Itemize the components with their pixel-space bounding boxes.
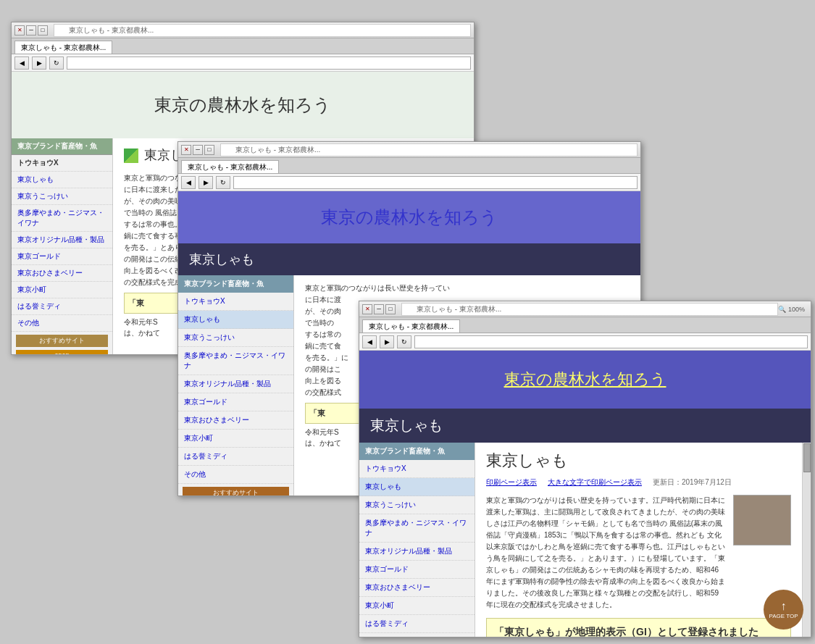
- sidebar-item-haru-2[interactable]: はる誉ミディ: [178, 448, 293, 466]
- sidebar-item-berry-2[interactable]: 東京おひさまベリー: [178, 411, 293, 430]
- dark-bar-2: 東京しゃも: [178, 243, 640, 275]
- close-btn-3[interactable]: ✕: [362, 304, 372, 314]
- tab-bar-3: 東京しゃも - 東京都農林...: [359, 317, 811, 333]
- maximize-btn-3[interactable]: □: [385, 304, 396, 314]
- section-icon-1: [124, 149, 138, 163]
- url-bar-3[interactable]: 東京しゃも - 東京都農林...: [401, 303, 778, 316]
- sidebar-item-komachi-3[interactable]: 東京小町: [359, 597, 475, 615]
- window-controls-3: ✕ ─ □: [362, 304, 396, 314]
- page-title-3: 東京の農林水を知ろう: [377, 369, 793, 390]
- section-title-3: 東京しゃも: [370, 417, 443, 433]
- refresh-btn-3[interactable]: ↻: [397, 335, 411, 348]
- sidebar-item-yamame-3[interactable]: 奥多摩やまめ・ニジマス・イワナ: [359, 514, 475, 543]
- sidebar-item-haru-3[interactable]: はる誉ミディ: [359, 615, 475, 633]
- browser-window-3: ✕ ─ □ 東京しゃも - 東京都農林... 🔍 100% 東京しゃも - 東京…: [359, 301, 811, 637]
- sidebar-item-shamo-1[interactable]: 東京しゃも: [12, 172, 112, 188]
- sidebar-item-berry-3[interactable]: 東京おひさまベリー: [359, 579, 475, 597]
- window-controls-2: ✕ ─ □: [181, 145, 214, 155]
- section-title-2: 東京しゃも: [189, 252, 254, 267]
- sidebar-item-other-2[interactable]: その他: [178, 466, 293, 484]
- sidebar-badge-1[interactable]: おすすめサイト: [16, 335, 108, 347]
- sidebar-item-ukkokei-2[interactable]: 東京うこっけい: [178, 329, 293, 347]
- sidebar-item-tokyox-1[interactable]: トウキョウX: [12, 155, 112, 172]
- body-3: 東京ブランド畜産物・魚 トウキョウX 東京しゃも 東京うこっけい 奥多摩やまめ・…: [359, 443, 811, 637]
- page-title-1: 東京の農林水を知ろう: [26, 93, 459, 117]
- refresh-btn-1[interactable]: ↻: [49, 57, 64, 70]
- main-content-3: 東京しゃも 印刷ページ表示 大きな文字で印刷ページ表示 更新日：2019年7月1…: [475, 443, 802, 637]
- sidebar-item-shamo-3[interactable]: 東京しゃも: [359, 478, 475, 496]
- page-top-btn[interactable]: ↑ PAGE TOP: [764, 590, 803, 630]
- window-controls-1: ✕ ─ □: [14, 25, 48, 35]
- back-btn-2[interactable]: ◀: [181, 176, 196, 189]
- minimize-btn-3[interactable]: ─: [374, 304, 384, 314]
- page-title-2: 東京の農林水を知ろう: [193, 206, 626, 229]
- minimize-btn-2[interactable]: ─: [193, 145, 203, 155]
- forward-btn-2[interactable]: ▶: [198, 176, 213, 189]
- dark-bar-3: 東京しゃも: [359, 409, 811, 443]
- text-section-3: 東京と軍鶏のつながりは長い歴史を持っています。江戸時代初期に日本に渡来した軍鶏は…: [486, 495, 791, 611]
- sidebar-item-original-2[interactable]: 東京オリジナル品種・製品: [178, 375, 293, 393]
- sidebar-item-gold-3[interactable]: 東京ゴールド: [359, 561, 475, 579]
- zoom-level: 🔍 100%: [778, 306, 805, 313]
- minimize-btn-1[interactable]: ─: [26, 25, 36, 35]
- sidebar-item-yamame-1[interactable]: 奥多摩やまめ・ニジマス・イワナ: [12, 205, 112, 232]
- sidebar-item-shamo-2[interactable]: 東京しゃも: [178, 311, 293, 329]
- url-bar-1[interactable]: 東京しゃも - 東京都農林...: [54, 24, 471, 37]
- gi-section: 「東京しゃも」が地理的表示（GI）として登録されました 令和元年5月8日に、「東…: [486, 618, 791, 637]
- meta-3: 印刷ページ表示 大きな文字で印刷ページ表示 更新日：2019年7月12日: [486, 477, 791, 488]
- chicken-image: [733, 495, 791, 545]
- address-input-1[interactable]: [67, 57, 471, 70]
- url-bar-2[interactable]: 東京しゃも - 東京都農林...: [220, 143, 638, 156]
- tab-3[interactable]: 東京しゃも - 東京都農林...: [362, 319, 460, 333]
- sidebar-item-haru-1[interactable]: はる誉ミディ: [12, 298, 112, 315]
- page-top-label: PAGE TOP: [769, 613, 798, 619]
- sidebar-item-tokyox-3[interactable]: トウキョウX: [359, 460, 475, 478]
- sidebar-item-komachi-1[interactable]: 東京小町: [12, 282, 112, 298]
- sidebar-1: 東京ブランド畜産物・魚 トウキョウX 東京しゃも 東京うこっけい 奥多摩やまめ・…: [12, 138, 113, 354]
- page-top-arrow: ↑: [781, 600, 787, 613]
- forward-btn-1[interactable]: ▶: [32, 57, 46, 70]
- refresh-btn-2[interactable]: ↻: [216, 176, 230, 189]
- address-input-3[interactable]: [414, 335, 808, 348]
- scrollbar-thumb-3[interactable]: [803, 443, 811, 472]
- sidebar-item-gold-2[interactable]: 東京ゴールド: [178, 393, 293, 411]
- sidebar-badge-2[interactable]: おすすめサイト: [183, 487, 289, 495]
- titlebar-2: ✕ ─ □ 東京しゃも - 東京都農林...: [178, 142, 640, 158]
- sidebar-section-3: 東京ブランド畜産物・魚: [359, 443, 475, 460]
- sidebar-item-yamame-2[interactable]: 奥多摩やまめ・ニジマス・イワナ: [178, 347, 293, 375]
- tab-2[interactable]: 東京しゃも - 東京都農林...: [181, 160, 279, 173]
- sidebar-item-other-1[interactable]: その他: [12, 315, 112, 332]
- sidebar-item-gold-1[interactable]: 東京ゴールド: [12, 248, 112, 265]
- titlebar-1: ✕ ─ □ 東京しゃも - 東京都農林...: [12, 22, 474, 38]
- back-btn-1[interactable]: ◀: [14, 57, 29, 70]
- sidebar-item-komachi-2[interactable]: 東京小町: [178, 430, 293, 448]
- updated-date: 更新日：2019年7月12日: [653, 477, 732, 488]
- large-print-link[interactable]: 大きな文字で印刷ページ表示: [548, 477, 642, 488]
- address-bar-1: ◀ ▶ ↻: [12, 54, 474, 72]
- maximize-btn-1[interactable]: □: [38, 25, 48, 35]
- close-btn-2[interactable]: ✕: [181, 145, 191, 155]
- sidebar-item-original-1[interactable]: 東京オリジナル品種・製品: [12, 232, 112, 248]
- sidebar-item-tokyox-2[interactable]: トウキョウX: [178, 293, 293, 311]
- tab-1[interactable]: 東京しゃも - 東京都農林...: [14, 41, 112, 54]
- close-btn-1[interactable]: ✕: [14, 25, 25, 35]
- sidebar-open-1[interactable]: open: [16, 350, 108, 354]
- sidebar-item-berry-1[interactable]: 東京おひさまベリー: [12, 265, 112, 282]
- sidebar-item-other-3[interactable]: その他: [359, 633, 475, 637]
- back-btn-3[interactable]: ◀: [362, 335, 377, 348]
- tab-bar-2: 東京しゃも - 東京都農林...: [178, 158, 640, 174]
- sidebar-2: 東京ブランド畜産物・魚 トウキョウX 東京しゃも 東京うこっけい 奥多摩やまめ・…: [178, 275, 294, 495]
- sidebar-item-original-3[interactable]: 東京オリジナル品種・製品: [359, 543, 475, 561]
- sidebar-section-1: 東京ブランド畜産物・魚: [12, 138, 112, 155]
- forward-btn-3[interactable]: ▶: [380, 335, 394, 348]
- sidebar-item-ukkokei-3[interactable]: 東京うこっけい: [359, 496, 475, 514]
- page-header-3: 東京の農林水を知ろう: [359, 351, 811, 409]
- print-link[interactable]: 印刷ページ表示: [486, 477, 537, 488]
- sidebar-3: 東京ブランド畜産物・魚 トウキョウX 東京しゃも 東京うこっけい 奥多摩やまめ・…: [359, 443, 475, 637]
- content-title-3: 東京しゃも: [486, 450, 791, 472]
- tab-bar-1: 東京しゃも - 東京都農林...: [12, 38, 474, 54]
- maximize-btn-2[interactable]: □: [204, 145, 214, 155]
- address-bar-3: ◀ ▶ ↻: [359, 333, 811, 351]
- address-input-2[interactable]: [233, 176, 638, 189]
- sidebar-item-ukkokei-1[interactable]: 東京うこっけい: [12, 188, 112, 205]
